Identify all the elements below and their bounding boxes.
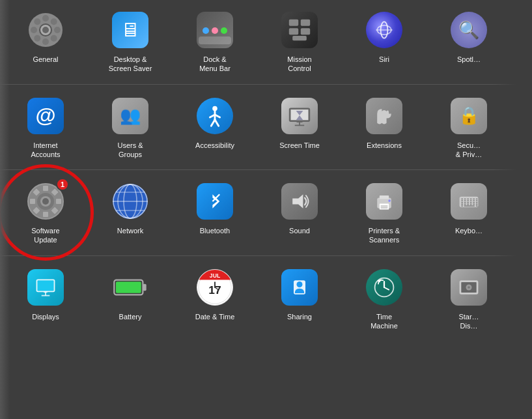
icon-label-siri: Siri [379,55,389,64]
svg-point-7 [34,18,40,25]
icon-cell-mission-control[interactable]: Mission Control [257,3,342,80]
svg-rect-65 [476,199,478,200]
icon-cell-displays[interactable]: Displays [3,260,88,328]
svg-rect-69 [470,200,472,201]
svg-rect-70 [473,200,475,201]
icon-label-startup-disk: Star… Dis… [458,312,479,331]
svg-rect-72 [461,202,463,203]
icon-cell-desktop-screensaver[interactable]: 🖥Desktop & Screen Saver [88,3,173,80]
icon-label-sound: Sound [289,226,310,235]
svg-rect-37 [30,199,35,204]
icon-cell-software-update[interactable]: 1Software Update [3,174,88,252]
icon-wrapper-sharing [279,267,320,308]
icon-cell-date-time[interactable]: JUL 17 Date & Time [173,260,257,328]
icon-wrapper-screen-time [279,95,320,137]
svg-rect-90 [464,205,473,207]
svg-rect-16 [292,36,307,40]
svg-point-8 [42,15,49,22]
icon-wrapper-printers-scanners [363,181,405,222]
icon-cell-sound[interactable]: Sound [257,174,342,242]
icon-wrapper-time-machine [363,267,405,308]
icons-grid: General🖥Desktop & Screen Saver Dock & Me… [0,0,532,340]
icon-wrapper-sound [279,181,320,222]
icon-wrapper-keyboard [448,181,490,222]
icon-label-mission-control: Mission Control [287,55,311,74]
icon-cell-accessibility[interactable]: Accessibility [173,89,257,156]
section-separator [0,169,532,170]
icon-label-spotlight: Spotl… [457,55,481,64]
icon-cell-bluetooth[interactable]: Bluetooth [173,174,257,242]
svg-rect-12 [289,20,298,26]
svg-point-2 [54,27,61,33]
left-fade [0,0,10,419]
icon-wrapper-extensions [363,95,405,137]
svg-rect-54 [380,204,389,210]
svg-line-24 [211,119,215,126]
icon-wrapper-battery [109,267,151,308]
svg-rect-76 [473,202,475,203]
icon-cell-sharing[interactable]: Sharing [257,260,342,328]
svg-rect-67 [464,200,466,201]
svg-rect-64 [473,199,475,200]
svg-line-110 [384,287,389,290]
section-separator [0,255,532,256]
icon-wrapper-spotlight: 🔍 [448,9,490,51]
icon-cell-battery[interactable]: Battery [88,260,173,328]
icon-row: General🖥Desktop & Screen Saver Dock & Me… [0,0,532,83]
svg-rect-80 [467,204,469,205]
svg-rect-63 [470,199,472,200]
icon-label-general: General [33,55,58,64]
svg-rect-33 [56,199,61,204]
icon-cell-users-groups[interactable]: 👥Users & Groups [88,89,173,166]
icon-row: 1Software Update Network Bluetooth Sound… [0,171,532,254]
icon-label-printers-scanners: Printers & Scanners [369,226,400,245]
svg-point-3 [51,35,57,42]
svg-rect-74 [467,202,469,203]
icon-row: @Internet Accounts👥Users & Groups Access… [0,86,532,169]
svg-rect-55 [380,195,389,199]
icon-wrapper-software-update: 1 [25,181,66,222]
svg-rect-39 [43,186,48,191]
icon-label-time-machine: Time Machine [371,312,398,331]
icon-label-users-groups: Users & Groups [117,141,143,160]
svg-rect-71 [476,200,478,201]
icon-cell-general[interactable]: General [3,3,88,70]
icon-cell-dock-menubar[interactable]: Dock & Menu Bar [173,3,257,80]
svg-rect-92 [37,280,53,291]
svg-rect-66 [461,200,463,201]
svg-rect-15 [301,28,310,35]
icon-cell-network[interactable]: Network [88,174,173,242]
svg-point-43 [42,198,49,205]
icon-label-network: Network [117,226,143,235]
svg-rect-61 [464,199,466,200]
icon-label-accessibility: Accessibility [195,141,234,150]
svg-point-115 [468,286,470,289]
svg-rect-83 [476,204,478,205]
icon-cell-screen-time[interactable]: Screen Time [257,89,342,156]
svg-text:JUL: JUL [210,272,221,278]
icon-cell-time-machine[interactable]: Time Machine [342,260,427,338]
section-separator [0,84,532,85]
icon-wrapper-general [25,9,66,51]
svg-point-11 [42,27,49,33]
svg-line-25 [215,119,219,126]
icon-label-keyboard: Keybo… [455,226,483,235]
svg-marker-52 [292,194,303,209]
svg-rect-84 [461,205,463,207]
icon-cell-siri[interactable]: Siri [342,3,427,70]
icon-cell-extensions[interactable]: Extensions [342,89,427,156]
icon-label-bluetooth: Bluetooth [200,226,230,235]
icon-label-software-update: Software Update [31,226,59,245]
svg-rect-78 [461,204,463,205]
icon-cell-internet-accounts[interactable]: @Internet Accounts [3,89,88,166]
svg-rect-81 [470,204,472,205]
icon-cell-printers-scanners[interactable]: Printers & Scanners [342,174,427,252]
icon-label-sharing: Sharing [287,312,312,321]
svg-rect-77 [476,202,478,203]
icon-wrapper-dock-menubar [194,9,236,51]
svg-rect-75 [470,202,472,203]
icon-wrapper-security-privacy: 🔒 [448,95,490,137]
icon-label-screen-time: Screen Time [279,141,320,150]
svg-point-107 [297,282,303,287]
icon-label-dock-menubar: Dock & Menu Bar [199,55,231,74]
